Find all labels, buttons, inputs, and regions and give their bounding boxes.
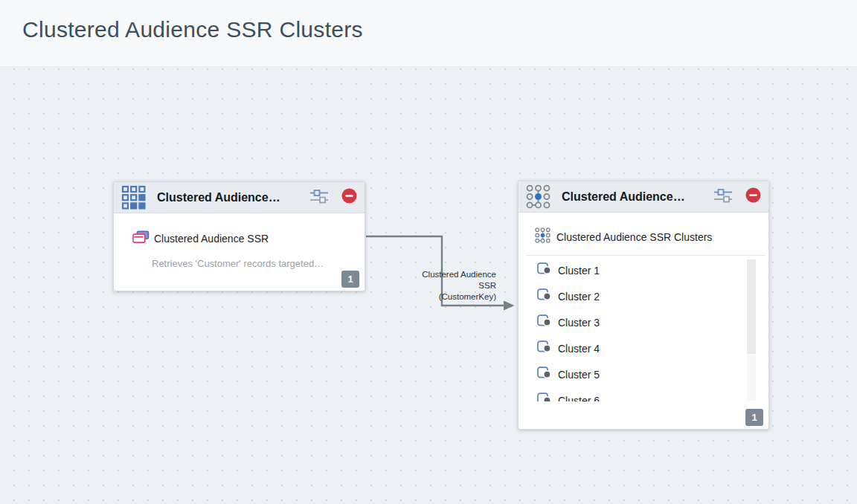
node-header[interactable]: Clustered Audience…	[114, 182, 365, 213]
cluster-label: Cluster 2	[558, 291, 600, 303]
cluster-label: Cluster 1	[558, 265, 600, 277]
cluster-icon	[526, 184, 551, 209]
page-title: Clustered Audience SSR Clusters	[0, 0, 857, 42]
node-clustered-audience-clusters[interactable]: Clustered Audience…	[518, 181, 769, 430]
node-output-label: Clustered Audience SSR	[154, 233, 269, 245]
node-header[interactable]: Clustered Audience…	[519, 181, 768, 213]
segment-icon	[537, 262, 552, 279]
cluster-list-item[interactable]: Cluster 4	[519, 335, 768, 361]
cluster-list-item[interactable]: Cluster 2	[519, 283, 768, 309]
node-count-badge: 1	[341, 271, 359, 288]
sliders-icon	[713, 187, 733, 207]
segment-icon	[537, 392, 552, 401]
node-remove-button[interactable]	[745, 187, 761, 206]
cluster-list-item[interactable]: Cluster 5	[519, 361, 768, 387]
cluster-icon-small	[535, 227, 551, 246]
flow-canvas[interactable]: Clustered Audience SSR (CustomerKey)	[0, 67, 857, 504]
node-settings-button[interactable]	[713, 187, 733, 207]
stacked-cards-icon	[132, 230, 150, 247]
connector-label-line: SSR	[422, 280, 496, 291]
minus-circle-icon	[745, 187, 761, 206]
node-count-badge: 1	[745, 409, 763, 426]
cluster-label: Cluster 3	[558, 317, 600, 329]
cluster-label: Cluster 6	[558, 395, 600, 402]
cluster-list: Cluster 1 Cluster 2	[519, 257, 768, 401]
connector-label: Clustered Audience SSR (CustomerKey)	[422, 269, 496, 303]
divider	[526, 255, 765, 256]
segment-icon	[537, 366, 552, 383]
cluster-label: Cluster 5	[558, 369, 600, 381]
segment-icon	[537, 314, 552, 331]
node-output-item[interactable]: Clustered Audience SSR	[132, 230, 365, 247]
connector-label-line: Clustered Audience	[422, 269, 496, 280]
connector-label-line: (CustomerKey)	[422, 291, 496, 303]
node-clustered-audience-source[interactable]: Clustered Audience…	[113, 181, 365, 291]
scrollbar-thumb[interactable]	[747, 259, 756, 354]
cluster-list-item[interactable]: Cluster 6	[519, 387, 768, 401]
minus-circle-icon	[341, 188, 357, 207]
node-settings-button[interactable]	[309, 188, 329, 207]
top-bar: Clustered Audience SSR Clusters	[0, 0, 857, 67]
grid-icon	[121, 185, 146, 210]
cluster-list-item[interactable]: Cluster 3	[519, 309, 768, 335]
node-description: Retrieves 'Customer' records targeted…	[152, 258, 365, 269]
node-title: Clustered Audience…	[562, 190, 713, 204]
node-title: Clustered Audience…	[157, 191, 309, 204]
cluster-label: Cluster 4	[558, 343, 600, 355]
node-source-label: Clustered Audience SSR Clusters	[556, 231, 712, 243]
cluster-list-item[interactable]: Cluster 1	[519, 257, 768, 283]
node-remove-button[interactable]	[341, 188, 357, 207]
node-source-row: Clustered Audience SSR Clusters	[535, 227, 768, 246]
sliders-icon	[309, 188, 329, 207]
scrollbar-track[interactable]	[747, 259, 756, 401]
segment-icon	[537, 340, 552, 357]
arrowhead-icon	[504, 301, 515, 311]
segment-icon	[537, 288, 552, 305]
